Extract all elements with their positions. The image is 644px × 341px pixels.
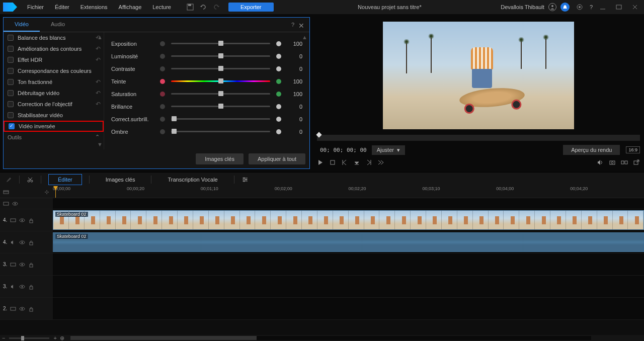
- save-icon[interactable]: [186, 3, 194, 11]
- reset-icon[interactable]: ↶: [96, 45, 101, 52]
- menu-extensions[interactable]: Extensions: [75, 2, 113, 12]
- menu-edit[interactable]: Éditer: [50, 2, 74, 12]
- zoom-in-icon[interactable]: +: [53, 335, 56, 341]
- playhead[interactable]: [55, 186, 56, 198]
- option-hdr[interactable]: Effet HDR↶: [4, 54, 104, 65]
- aspect-ratio-badge[interactable]: 16:9: [626, 146, 640, 153]
- menu-display[interactable]: Affichage: [114, 2, 147, 12]
- slider-correctsurbrill: Correct.surbrill. 0: [111, 113, 302, 125]
- menu-playback[interactable]: Lecture: [147, 2, 176, 12]
- add-track-icon[interactable]: ⊕: [60, 335, 64, 342]
- lock-icon[interactable]: [28, 239, 34, 245]
- option-stabilizer[interactable]: Stabilisateur vidéo: [4, 110, 104, 121]
- film-icon[interactable]: [3, 189, 9, 195]
- redo-icon[interactable]: [212, 3, 220, 11]
- tab-video[interactable]: Vidéo: [4, 18, 40, 32]
- tab-audio[interactable]: Audio: [40, 18, 76, 32]
- slider-value[interactable]: 0: [287, 116, 302, 122]
- keyframes-button[interactable]: Images clés: [196, 153, 244, 164]
- reset-icon[interactable]: ↶: [96, 90, 101, 97]
- render-preview-button[interactable]: Aperçu du rendu: [563, 145, 620, 155]
- zoom-slider[interactable]: [9, 337, 49, 339]
- brush-icon[interactable]: [5, 176, 12, 183]
- timeline-ruler[interactable]: 00;00;0000;00;2000;01;1000;02;0000;02;20…: [53, 186, 644, 198]
- reset-icon[interactable]: ↶: [96, 101, 101, 108]
- cc-icon[interactable]: [3, 201, 9, 207]
- slider-track[interactable]: [171, 131, 270, 132]
- stop-icon[interactable]: [329, 159, 336, 166]
- slider-value[interactable]: 0: [287, 129, 302, 135]
- video-clip[interactable]: Skateboard 02: [53, 210, 644, 230]
- eye-icon[interactable]: [19, 217, 25, 223]
- reset-icon[interactable]: ↶: [96, 78, 101, 86]
- close-icon[interactable]: [631, 3, 639, 11]
- slider-track[interactable]: [171, 106, 270, 107]
- slider-value[interactable]: 100: [287, 91, 302, 97]
- audio-clip[interactable]: Skateboard 02: [53, 232, 644, 252]
- tab-edit[interactable]: Éditer: [48, 174, 82, 185]
- snap-icon[interactable]: [44, 189, 50, 195]
- reset-icon[interactable]: ↶: [96, 34, 101, 41]
- volume-icon[interactable]: [597, 159, 604, 166]
- slider-value[interactable]: 0: [287, 53, 302, 59]
- slider-value[interactable]: 0: [287, 104, 302, 110]
- eye-icon[interactable]: [12, 201, 18, 207]
- eye-icon[interactable]: [19, 284, 25, 290]
- option-reverse-video[interactable]: Vidéo inversée: [4, 121, 104, 132]
- export-button[interactable]: Exporter: [228, 3, 274, 12]
- preview-scrubber[interactable]: [317, 135, 640, 141]
- eye-icon[interactable]: [19, 306, 25, 312]
- lock-icon[interactable]: [28, 262, 34, 268]
- panel-help-icon[interactable]: ?: [291, 22, 294, 28]
- prev-frame-icon[interactable]: [341, 159, 348, 166]
- play-icon[interactable]: [317, 159, 324, 166]
- lock-icon[interactable]: [28, 306, 34, 312]
- user-avatar-icon[interactable]: [548, 3, 556, 11]
- timeline-scrollbar[interactable]: [70, 336, 591, 340]
- fit-dropdown[interactable]: Ajuster▾: [372, 145, 405, 155]
- lock-icon[interactable]: [28, 284, 34, 290]
- settings-timeline-icon[interactable]: [242, 176, 249, 183]
- tab-transcription[interactable]: Transcription Vocale: [158, 175, 226, 185]
- lock-icon[interactable]: [28, 217, 34, 223]
- menu-file[interactable]: Fichier: [22, 2, 49, 12]
- cut-icon[interactable]: [27, 176, 34, 183]
- notification-icon[interactable]: [560, 3, 570, 12]
- slider-track[interactable]: [171, 118, 270, 120]
- slider-track[interactable]: [171, 93, 270, 95]
- slider-track[interactable]: [171, 55, 270, 57]
- popout-icon[interactable]: [633, 159, 640, 166]
- snapshot-icon[interactable]: [609, 159, 616, 166]
- panel-close-icon[interactable]: ✕: [298, 22, 304, 30]
- slider-value[interactable]: 100: [287, 41, 302, 47]
- option-edge-enhance[interactable]: Amélioration des contours↶: [4, 43, 104, 54]
- zoom-out-icon[interactable]: −: [2, 335, 5, 341]
- eye-icon[interactable]: [19, 239, 25, 245]
- section-tools[interactable]: Outils⌃: [4, 132, 104, 142]
- tab-keyframes[interactable]: Images clés: [97, 175, 144, 185]
- dual-view-icon[interactable]: [621, 159, 628, 166]
- option-split-tone[interactable]: Ton fractionné↶: [4, 76, 104, 88]
- option-white-balance[interactable]: Balance des blancs↶: [4, 32, 104, 43]
- video-preview[interactable]: [383, 22, 574, 129]
- slider-track[interactable]: [171, 43, 270, 44]
- eye-icon[interactable]: [19, 262, 25, 268]
- option-denoise[interactable]: Débruitage vidéo↶: [4, 88, 104, 99]
- apply-all-button[interactable]: Appliquer à tout: [249, 153, 305, 164]
- help-icon[interactable]: ?: [590, 4, 593, 10]
- undo-icon[interactable]: [199, 3, 207, 11]
- slider-track[interactable]: [171, 68, 270, 69]
- option-lens-correction[interactable]: Correction de l'objectif↶: [4, 99, 104, 110]
- reset-icon[interactable]: ↶: [96, 56, 101, 63]
- slider-value[interactable]: 100: [287, 78, 302, 84]
- option-color-match[interactable]: Correspondance des couleurs: [4, 65, 104, 76]
- expand-icon[interactable]: ⌃: [95, 134, 100, 140]
- next-frame-icon[interactable]: [365, 159, 372, 166]
- fast-forward-icon[interactable]: [377, 159, 384, 166]
- maximize-icon[interactable]: [615, 3, 623, 11]
- settings-icon[interactable]: [576, 3, 584, 11]
- slider-value[interactable]: 0: [287, 66, 302, 72]
- minimize-icon[interactable]: [599, 3, 607, 11]
- slider-track[interactable]: [171, 80, 270, 82]
- mark-in-icon[interactable]: [353, 159, 360, 166]
